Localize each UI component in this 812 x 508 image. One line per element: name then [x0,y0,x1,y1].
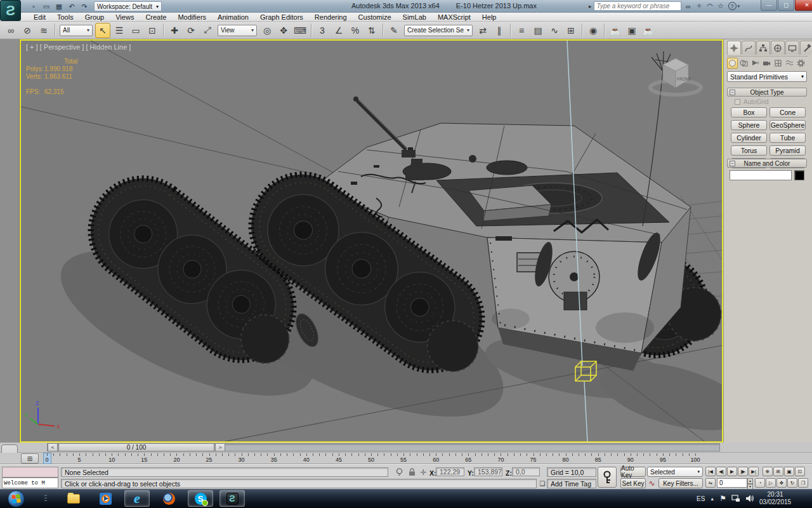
menu-item-tools[interactable]: Tools [51,13,79,22]
selection-filter-dropdown[interactable]: All▾ [60,25,93,36]
lights-icon[interactable] [750,58,761,69]
next-frame-slider-button[interactable]: > [215,443,225,451]
material-editor-icon[interactable]: ◉ [586,23,601,38]
menu-item-rendering[interactable]: Rendering [309,13,353,22]
time-slider-handle[interactable]: 0 / 100 [58,443,214,451]
previous-frame-button[interactable]: ◀| [716,467,726,476]
bind-to-space-warp-icon[interactable]: ≋ [36,23,51,38]
orbit-icon[interactable]: ↻ [787,478,797,488]
helpers-icon[interactable] [773,58,783,69]
menu-item-views[interactable]: Views [110,13,140,22]
ribbon-toggle-icon[interactable]: ▤ [530,23,546,38]
object-color-swatch[interactable] [794,170,804,180]
play-button[interactable]: ▶ [727,467,737,476]
geometry-icon[interactable] [727,58,738,69]
keyboard-override-icon[interactable]: ⌨ [292,23,308,38]
tab-display[interactable] [785,41,799,55]
help-menu-button[interactable]: ? ▾ [728,2,740,10]
minimize-button[interactable]: — [761,0,777,11]
spinner-snap-icon[interactable]: ⇅ [364,23,379,38]
create-cylinder-button[interactable]: Cylinder [731,133,767,143]
macro-recorder-pane[interactable] [2,467,58,478]
go-to-end-button[interactable]: ▶| [749,467,759,476]
object-type-rollout-header[interactable]: − Object Type [727,88,807,97]
save-file-icon[interactable]: ▦ [53,1,65,11]
next-frame-button[interactable]: |▶ [738,467,748,476]
isolate-selection-icon[interactable] [395,467,404,477]
z-coordinate-field[interactable]: 0,0 [512,467,540,476]
auto-key-button[interactable]: Auto Key [620,467,646,477]
search-expand-icon[interactable]: ▸ [589,3,592,10]
rectangular-selection-icon[interactable]: ▭ [128,23,143,38]
workspace-dropdown[interactable]: Workspace: Default ▾ [94,1,162,11]
space-warps-icon[interactable] [784,58,795,69]
set-keys-button[interactable] [598,467,617,488]
rendered-frame-icon[interactable]: ▣ [624,23,639,38]
create-torus-button[interactable]: Torus [731,145,767,156]
tab-hierarchy[interactable] [756,41,770,55]
pan-arrow-icon[interactable]: ▷ [766,478,776,488]
select-and-rotate-icon[interactable]: ⟳ [183,23,199,38]
current-frame-field[interactable]: 0 [717,478,747,488]
create-box-button[interactable]: Box [731,107,767,117]
viewport-label[interactable]: [ + ] [ Perspective ] [ Hidden Line ] [26,43,131,51]
select-and-manipulate-icon[interactable]: ✥ [276,23,291,38]
zoom-icon[interactable]: ⊕ [763,467,773,476]
track-bar-ruler[interactable]: 0510152025303540455055606570758085909510… [0,453,812,464]
help-search-input[interactable] [594,1,681,11]
shapes-icon[interactable] [738,58,749,69]
frame-spinner[interactable]: ▲▼ [747,478,753,488]
selection-set-dropdown[interactable]: Selected ▾ [647,467,703,477]
select-object-icon[interactable]: ↖ [95,23,110,38]
viewport-canvas[interactable]: FRONT Z X Y [ + [21,41,722,441]
application-menu-button[interactable]: Ƨ [0,0,21,21]
menu-item-group[interactable]: Group [79,13,110,22]
previous-frame-slider-button[interactable]: < [48,443,58,451]
key-filters-button[interactable]: Key Filters... [658,478,703,488]
taskbar-app-firefox-icon[interactable] [156,490,181,507]
tab-create[interactable] [727,41,741,55]
communication-center-icon[interactable]: ◠ [705,1,716,11]
systems-icon[interactable] [796,58,806,69]
menu-item-help[interactable]: Help [476,13,502,22]
action-center-icon[interactable]: ⚑ [719,494,726,503]
create-geosphere-button[interactable]: GeoSphere [769,120,806,130]
time-config-icon[interactable]: ◔ [755,478,765,488]
taskbar-app-skype-icon[interactable]: S [188,490,213,507]
create-pyramid-button[interactable]: Pyramid [769,145,806,156]
snaps-toggle-icon[interactable]: 3 [315,23,330,38]
go-to-start-button[interactable]: |◀ [705,467,716,476]
menu-item-create[interactable]: Create [140,13,172,22]
taskbar-app-wmp-icon[interactable] [93,490,118,507]
percent-snap-icon[interactable]: % [348,23,363,38]
menu-item-edit[interactable]: Edit [28,13,51,22]
maximize-viewport-icon[interactable]: ❒ [798,478,808,488]
set-key-button[interactable]: Set Key [620,478,646,488]
volume-icon[interactable] [745,495,754,502]
x-coordinate-field[interactable]: 122,29 [436,467,464,476]
create-cone-button[interactable]: Cone [769,107,806,117]
menu-item-modifiers[interactable]: Modifiers [172,13,212,22]
name-color-rollout-header[interactable]: − Name and Color [727,159,807,168]
start-button[interactable] [8,490,25,507]
key-icon[interactable]: ✧ [694,1,705,11]
schematic-view-icon[interactable]: ⊞ [563,23,579,38]
zoom-all-icon[interactable]: ⊞ [773,467,783,476]
tab-motion[interactable] [771,41,785,55]
edit-named-selections-icon[interactable]: ✎ [386,23,402,38]
tab-utilities[interactable] [800,41,812,55]
tab-modify[interactable] [742,41,756,55]
curve-editor-icon[interactable]: ∿ [547,23,562,38]
named-selection-dropdown[interactable]: Create Selection Se▾ [404,25,473,36]
language-indicator[interactable]: ES [697,495,705,502]
layer-manager-icon[interactable]: ≡ [514,23,529,38]
maxscript-mini-listener[interactable]: Welcome to M [2,478,58,488]
open-file-icon[interactable]: ▭ [41,1,52,11]
favorites-icon[interactable]: ☆ [716,1,726,11]
window-crossing-icon[interactable]: ⊡ [145,23,160,38]
render-setup-icon[interactable]: ☕ [608,23,623,38]
zoom-extents-all-icon[interactable]: ⊡ [795,467,805,476]
menu-item-customize[interactable]: Customize [353,13,397,22]
clock[interactable]: 20:31 03/02/2015 [759,491,791,506]
select-and-move-icon[interactable]: ✚ [167,23,182,38]
